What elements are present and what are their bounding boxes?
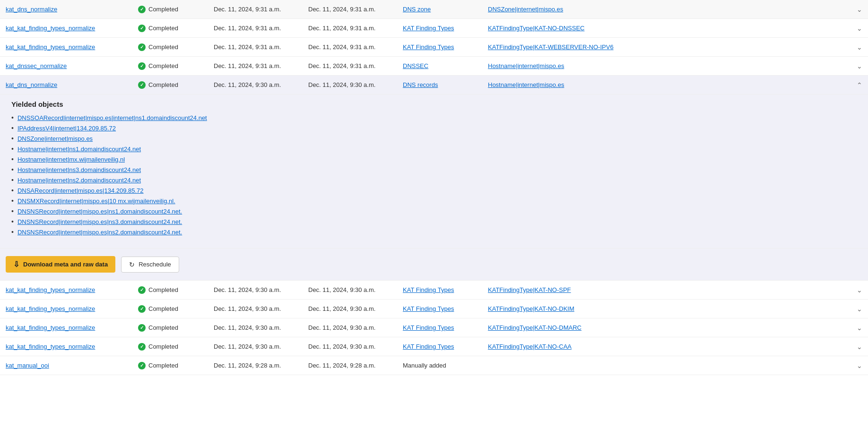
status-cell: Completed [138,6,214,13]
chevron-down-icon[interactable]: ⌄ [843,305,862,313]
task-link[interactable]: kat_kat_finding_types_normalize [6,305,138,312]
task-link[interactable]: kat_kat_finding_types_normalize [6,43,138,51]
download-label: Download meta and raw data [23,261,108,268]
status-label: Completed [148,62,178,69]
task-link[interactable]: kat_manual_ooi [6,362,138,369]
end-time: Dec. 11, 2024, 9:31 a.m. [308,6,403,13]
task-link[interactable]: kat_kat_finding_types_normalize [6,25,138,32]
status-cell: Completed [138,62,214,70]
table-row: kat_kat_finding_types_normalize Complete… [0,281,868,300]
status-label: Completed [148,362,178,369]
result-link[interactable]: KATFindingType|KAT-NO-DKIM [488,305,843,312]
table-row: kat_dnssec_normalize Completed Dec. 11, … [0,57,868,76]
object-type-link[interactable]: DNS zone [403,6,488,13]
result-link[interactable]: KATFindingType|KAT-NO-DNSSEC [488,25,843,32]
object-type-link[interactable]: KAT Finding Types [403,305,488,312]
result-link[interactable]: KATFindingType|KAT-WEBSERVER-NO-IPV6 [488,43,843,51]
yielded-item-link[interactable]: DNSNSRecord|internet|mispo.es|ns2.domain… [17,229,182,236]
reschedule-label: Reschedule [139,261,171,268]
task-link[interactable]: kat_kat_finding_types_normalize [6,286,138,293]
end-time: Dec. 11, 2024, 9:30 a.m. [308,324,403,331]
yielded-item-link[interactable]: DNSZone|internet|mispo.es [17,135,93,142]
chevron-down-icon[interactable]: ⌄ [843,25,862,32]
chevron-down-icon[interactable]: ⌄ [843,6,862,13]
task-link[interactable]: kat_kat_finding_types_normalize [6,343,138,350]
object-type-link[interactable]: KAT Finding Types [403,25,488,32]
object-type-link[interactable]: KAT Finding Types [403,324,488,331]
object-type-text: Manually added [403,362,488,369]
status-completed-icon [138,324,146,332]
yielded-item-link[interactable]: DNSNSRecord|internet|mispo.es|ns3.domain… [17,218,182,225]
result-link[interactable]: Hostname|internet|mispo.es [488,62,843,69]
result-link[interactable]: KATFindingType|KAT-NO-DMARC [488,324,843,331]
status-completed-icon [138,343,146,351]
yielded-item-link[interactable]: DNSARecord|internet|mispo.es|134.209.85.… [17,187,144,194]
status-label: Completed [148,305,178,312]
status-cell: Completed [138,305,214,313]
start-time: Dec. 11, 2024, 9:31 a.m. [214,43,308,51]
table-row-expanded: kat_dns_normalize Completed Dec. 11, 202… [0,76,868,94]
chevron-down-icon[interactable]: ⌄ [843,62,862,70]
object-type-link[interactable]: KAT Finding Types [403,286,488,293]
start-time: Dec. 11, 2024, 9:30 a.m. [214,324,308,331]
chevron-down-icon[interactable]: ⌄ [843,343,862,351]
status-label: Completed [148,43,178,51]
end-time: Dec. 11, 2024, 9:30 a.m. [308,81,403,88]
end-time: Dec. 11, 2024, 9:31 a.m. [308,62,403,69]
yielded-item-link[interactable]: Hostname|internet|ns1.domaindiscount24.n… [17,146,141,153]
object-type-link[interactable]: KAT Finding Types [403,43,488,51]
download-button[interactable]: ⇩ Download meta and raw data [6,256,115,273]
start-time: Dec. 11, 2024, 9:31 a.m. [214,6,308,13]
status-completed-icon [138,62,146,70]
start-time: Dec. 11, 2024, 9:30 a.m. [214,286,308,293]
yielded-item-link[interactable]: Hostname|internet|mx.wijmailenveilig.nl [17,156,125,163]
download-icon: ⇩ [13,260,19,269]
yielded-list: DNSSOARecord|internet|mispo.es|internet|… [11,114,857,236]
chevron-down-icon[interactable]: ⌄ [843,43,862,51]
status-completed-icon [138,286,146,294]
status-label: Completed [148,324,178,331]
result-link[interactable]: KATFindingType|KAT-NO-SPF [488,286,843,293]
start-time: Dec. 11, 2024, 9:28 a.m. [214,362,308,369]
yielded-item-link[interactable]: Hostname|internet|ns3.domaindiscount24.n… [17,166,141,173]
object-type-link[interactable]: DNSSEC [403,62,488,69]
chevron-up-icon[interactable]: ⌃ [843,81,862,89]
end-time: Dec. 11, 2024, 9:28 a.m. [308,362,403,369]
end-time: Dec. 11, 2024, 9:30 a.m. [308,305,403,312]
status-completed-icon [138,305,146,313]
task-link[interactable]: kat_kat_finding_types_normalize [6,324,138,331]
list-item: DNSNSRecord|internet|mispo.es|ns2.domain… [11,228,857,236]
table-row: kat_kat_finding_types_normalize Complete… [0,300,868,318]
top-rows-section: kat_dns_normalize Completed Dec. 11, 202… [0,0,868,76]
object-type-link[interactable]: DNS records [403,81,488,88]
chevron-down-icon[interactable]: ⌄ [843,286,862,294]
chevron-down-icon[interactable]: ⌄ [843,324,862,332]
yielded-item-link[interactable]: IPAddressV4|internet|134.209.85.72 [17,125,116,132]
yielded-item-link[interactable]: DNSSOARecord|internet|mispo.es|internet|… [17,114,207,121]
reschedule-icon: ↻ [129,261,135,268]
list-item: Hostname|internet|mx.wijmailenveilig.nl [11,155,857,163]
yielded-item-link[interactable]: DNSMXRecord|internet|mispo.es|10 mx.wijm… [17,197,175,205]
yielded-item-link[interactable]: Hostname|internet|ns2.domaindiscount24.n… [17,177,141,184]
result-link[interactable]: DNSZone|internet|mispo.es [488,6,843,13]
chevron-down-icon[interactable]: ⌄ [843,362,862,369]
result-link[interactable]: KATFindingType|KAT-NO-CAA [488,343,843,350]
action-bar: ⇩ Download meta and raw data ↻ Reschedul… [0,248,868,281]
list-item: DNSARecord|internet|mispo.es|134.209.85.… [11,187,857,194]
end-time: Dec. 11, 2024, 9:31 a.m. [308,25,403,32]
start-time: Dec. 11, 2024, 9:31 a.m. [214,62,308,69]
task-link[interactable]: kat_dns_normalize [6,81,138,88]
task-link[interactable]: kat_dnssec_normalize [6,62,138,69]
status-completed-icon [138,81,146,89]
reschedule-button[interactable]: ↻ Reschedule [121,257,179,273]
status-cell: Completed [138,81,214,89]
status-label: Completed [148,81,178,88]
table-row: kat_dns_normalize Completed Dec. 11, 202… [0,0,868,19]
bottom-rows-section: kat_kat_finding_types_normalize Complete… [0,281,868,375]
status-label: Completed [148,6,178,13]
task-link[interactable]: kat_dns_normalize [6,6,138,13]
list-item: Hostname|internet|ns1.domaindiscount24.n… [11,145,857,153]
object-type-link[interactable]: KAT Finding Types [403,343,488,350]
result-link[interactable]: Hostname|internet|mispo.es [488,81,843,88]
yielded-item-link[interactable]: DNSNSRecord|internet|mispo.es|ns1.domain… [17,208,182,215]
